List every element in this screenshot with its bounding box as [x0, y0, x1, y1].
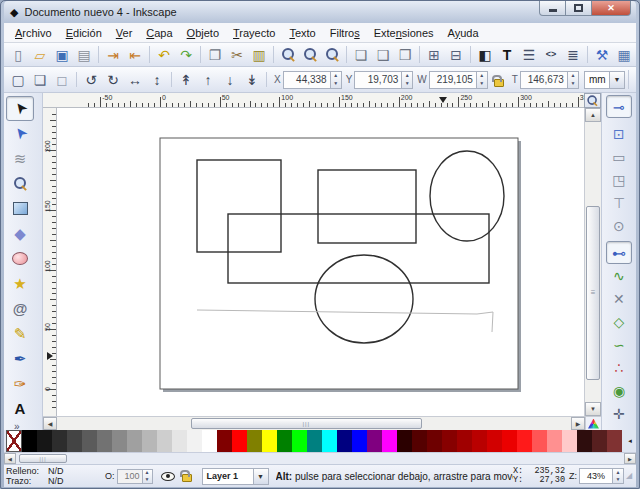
- tool-selector[interactable]: ➤: [6, 96, 34, 121]
- horizontal-scroll-thumb[interactable]: [191, 418, 422, 429]
- zoom-spinner[interactable]: ▲▼: [613, 468, 624, 484]
- palette-swatch[interactable]: [442, 430, 457, 452]
- palette-swatch[interactable]: [37, 430, 52, 452]
- scroll-right-button[interactable]: ▶: [571, 417, 585, 430]
- palette-swatch[interactable]: [52, 430, 67, 452]
- chevron-down-icon[interactable]: ▼: [610, 71, 625, 89]
- palette-swatch[interactable]: [112, 430, 127, 452]
- fill-stroke-indicator[interactable]: Relleno:N/D Trazo:N/D: [6, 466, 101, 487]
- tool-zoom[interactable]: [6, 171, 34, 196]
- width-field[interactable]: W219,105▲▼: [417, 71, 487, 89]
- menu-objeto[interactable]: Objeto: [180, 25, 226, 41]
- layer-lock-icon[interactable]: [182, 474, 192, 482]
- flip-vertical-button[interactable]: ↕: [146, 69, 168, 90]
- palette-swatch[interactable]: [322, 430, 337, 452]
- snap-paths-button[interactable]: ∿: [606, 264, 632, 287]
- layers-dialog-button[interactable]: ☰: [518, 44, 540, 65]
- palette-swatch[interactable]: [487, 430, 502, 452]
- zoom-page-button[interactable]: [321, 44, 343, 65]
- x-field-spinner[interactable]: ▲▼: [331, 71, 342, 89]
- tool-ellipse[interactable]: [6, 246, 34, 271]
- zoom-control[interactable]: Z: 43% ▲▼: [569, 468, 624, 484]
- document-page[interactable]: [160, 138, 518, 389]
- text-dialog-button[interactable]: T: [496, 44, 518, 65]
- rotate-ccw-button[interactable]: ↺: [80, 69, 102, 90]
- unlink-clone-button[interactable]: ❒: [394, 44, 416, 65]
- new-document-button[interactable]: ▯: [7, 44, 29, 65]
- palette-swatch[interactable]: [142, 430, 157, 452]
- palette-arrow-button[interactable]: ◂: [624, 430, 636, 452]
- palette-swatch[interactable]: [187, 430, 202, 452]
- fill-stroke-dialog-button[interactable]: ◧: [474, 44, 496, 65]
- lower-button[interactable]: ↓: [219, 69, 241, 90]
- tool-3dbox[interactable]: ◆: [6, 221, 34, 246]
- menu-filtros[interactable]: Filtros: [323, 25, 367, 41]
- tool-pencil[interactable]: ✎: [6, 321, 34, 346]
- vertical-scrollbar[interactable]: ▲ ▼: [584, 108, 601, 416]
- palette-swatch[interactable]: [82, 430, 97, 452]
- opacity-spinner[interactable]: ▲▼: [143, 469, 153, 484]
- paste-button[interactable]: ▥: [248, 44, 270, 65]
- snap-midpoints-button[interactable]: ∴: [606, 356, 632, 379]
- save-document-button[interactable]: ▣: [51, 44, 73, 65]
- tool-star[interactable]: ★: [6, 271, 34, 296]
- select-all-layers-button[interactable]: ❏: [29, 69, 51, 90]
- zoom-drawing-button[interactable]: [299, 44, 321, 65]
- palette-swatch[interactable]: [67, 430, 82, 452]
- palette-swatch[interactable]: [232, 430, 247, 452]
- menu-trayecto[interactable]: Trayecto: [226, 25, 282, 41]
- palette-scroll-thumb[interactable]: [19, 454, 67, 463]
- palette-swatch[interactable]: [172, 430, 187, 452]
- close-button[interactable]: ✕: [592, 1, 631, 16]
- horizontal-scrollbar[interactable]: ◀ ▶: [43, 416, 601, 430]
- y-field-spinner[interactable]: ▲▼: [402, 71, 413, 89]
- palette-swatch[interactable]: [562, 430, 577, 452]
- palette-swatch[interactable]: [607, 430, 622, 452]
- titlebar[interactable]: ◆ Documento nuevo 4 - Inkscape ✕: [4, 1, 636, 23]
- palette-swatch[interactable]: [577, 430, 592, 452]
- palette-swatch[interactable]: [382, 430, 397, 452]
- layer-visibility-icon[interactable]: [161, 472, 175, 481]
- scroll-left-button[interactable]: ◀: [43, 417, 57, 430]
- raise-button[interactable]: ↑: [197, 69, 219, 90]
- palette-swatch[interactable]: [157, 430, 172, 452]
- menu-archivo[interactable]: Archivo: [8, 25, 59, 41]
- snap-bbox-midpoints-button[interactable]: ⊤: [606, 191, 632, 214]
- xml-editor-button[interactable]: <>: [540, 44, 562, 65]
- palette-swatch[interactable]: [247, 430, 262, 452]
- palette-swatch[interactable]: [427, 430, 442, 452]
- dimension-lock-icon[interactable]: [494, 79, 504, 87]
- horizontal-ruler[interactable]: -50050100150200250300350: [43, 93, 584, 108]
- palette-scroll-right-button[interactable]: ▶: [624, 453, 636, 464]
- vertical-ruler[interactable]: 200150100500: [43, 108, 57, 416]
- layer-selector[interactable]: Layer 1 ▼: [202, 468, 269, 485]
- maximize-button[interactable]: [566, 1, 592, 16]
- width-field-spinner[interactable]: ▲▼: [477, 71, 488, 89]
- snap-bbox-button[interactable]: ⊡: [606, 122, 632, 145]
- palette-scrollbar[interactable]: ◀ ▶: [4, 452, 636, 464]
- menu-edicion[interactable]: Edición: [59, 25, 109, 41]
- palette-swatch[interactable]: [217, 430, 232, 452]
- menu-capa[interactable]: Capa: [139, 25, 179, 41]
- zoom-value[interactable]: 43%: [579, 468, 613, 484]
- preferences-button[interactable]: ⚒: [591, 44, 613, 65]
- palette-swatch[interactable]: [532, 430, 547, 452]
- menu-ayuda[interactable]: Ayuda: [441, 25, 486, 41]
- vertical-scroll-thumb[interactable]: [586, 206, 600, 380]
- height-field[interactable]: T146,673▲▼: [512, 71, 579, 89]
- document-properties-button[interactable]: ▦: [613, 44, 635, 65]
- drawing-canvas[interactable]: [57, 108, 584, 416]
- print-button[interactable]: ▤: [73, 44, 95, 65]
- palette-swatch[interactable]: [262, 430, 277, 452]
- palette-swatch[interactable]: [277, 430, 292, 452]
- palette-swatch[interactable]: [367, 430, 382, 452]
- palette-scroll-left-button[interactable]: ◀: [4, 453, 16, 464]
- snap-bbox-edges-button[interactable]: ▭: [606, 145, 632, 168]
- palette-swatch-none[interactable]: [6, 430, 22, 452]
- palette-swatch[interactable]: [202, 430, 217, 452]
- snap-toggle-button[interactable]: ⊸: [606, 95, 632, 118]
- tool-spiral[interactable]: @: [6, 296, 34, 321]
- snap-cusp-nodes-button[interactable]: ◇: [606, 310, 632, 333]
- tool-pen[interactable]: ✒: [6, 346, 34, 371]
- scroll-up-button[interactable]: ▲: [585, 108, 601, 122]
